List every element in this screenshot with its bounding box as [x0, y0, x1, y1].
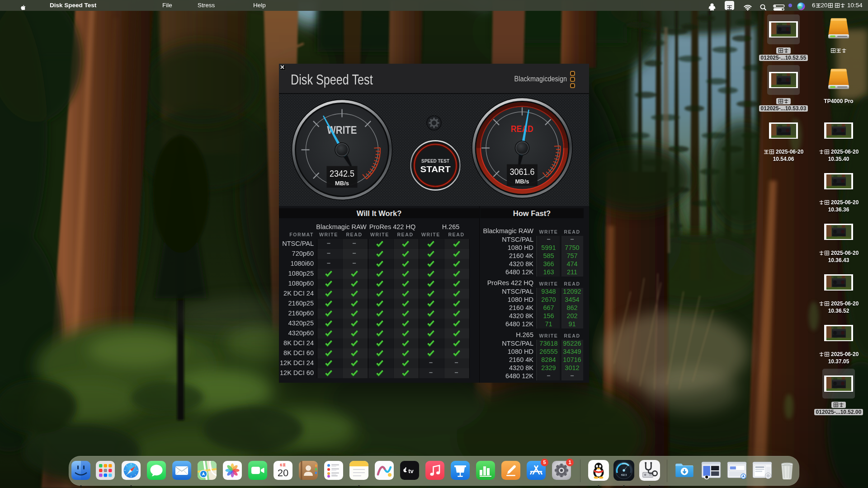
svg-text:tv: tv: [408, 468, 414, 474]
svg-text:SPEED TEST: SPEED TEST: [421, 158, 449, 164]
svg-text:MB/s: MB/s: [335, 180, 349, 187]
svg-text:MB/s: MB/s: [515, 178, 529, 185]
svg-text:6: 6: [280, 463, 282, 467]
svg-text:2342.5: 2342.5: [330, 169, 354, 178]
svg-text:READ: READ: [511, 123, 533, 134]
svg-text:START: START: [420, 164, 451, 174]
svg-text:3061.6: 3061.6: [510, 167, 535, 177]
svg-text:20: 20: [278, 467, 288, 479]
svg-text:432.5: 432.5: [621, 474, 627, 476]
